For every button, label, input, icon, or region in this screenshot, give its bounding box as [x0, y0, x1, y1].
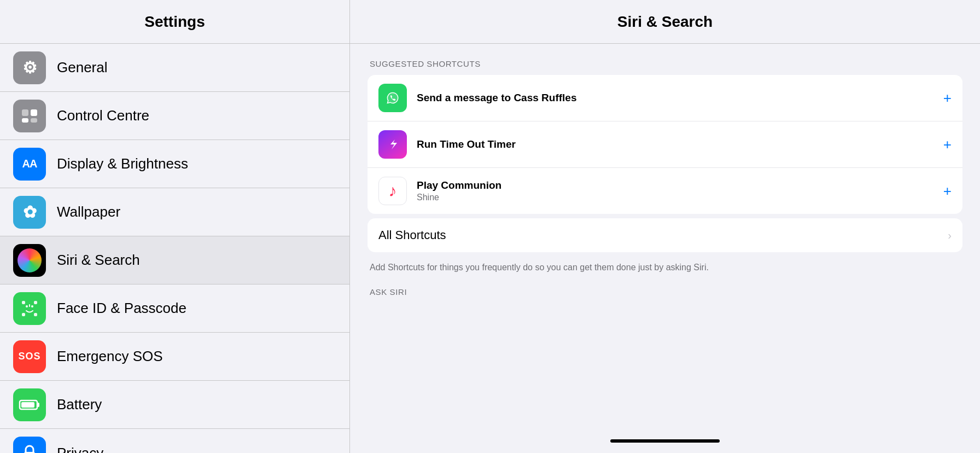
privacy-label: Privacy	[57, 445, 103, 454]
timer-shortcut-text: Run Time Out Timer	[417, 138, 935, 150]
sidebar-item-siri[interactable]: Siri & Search	[0, 236, 349, 284]
music-shortcut-title: Play Communion	[417, 179, 935, 191]
svg-rect-0	[22, 109, 28, 116]
faceid-label: Face ID & Passcode	[57, 300, 186, 317]
svg-rect-5	[34, 301, 37, 304]
svg-rect-4	[22, 301, 25, 304]
music-note-icon: ♪	[389, 182, 397, 200]
shortcut-music-row[interactable]: ♪ Play Communion Shine +	[368, 168, 962, 214]
display-icon: AA	[22, 158, 37, 170]
sidebar-item-sos[interactable]: SOS Emergency SOS	[0, 333, 349, 381]
whatsapp-app-icon	[378, 84, 407, 112]
faceid-icon	[20, 299, 39, 318]
sos-icon-bg: SOS	[13, 340, 46, 373]
music-shortcut-subtitle: Shine	[417, 193, 935, 202]
detail-panel: Siri & Search SUGGESTED SHORTCUTS Send a…	[350, 0, 980, 453]
helper-text: Add Shortcuts for things you frequently …	[368, 257, 962, 283]
svg-rect-1	[31, 109, 37, 116]
music-app-icon: ♪	[378, 177, 407, 205]
sos-icon: SOS	[18, 351, 40, 362]
shortcuts-app-icon	[378, 130, 407, 159]
settings-panel: Settings ⚙ General Control Centre	[0, 0, 350, 453]
wallpaper-label: Wallpaper	[57, 204, 120, 220]
privacy-icon	[20, 443, 39, 453]
shortcut-whatsapp-row[interactable]: Send a message to Cass Ruffles +	[368, 75, 962, 121]
battery-icon-bg	[13, 388, 46, 421]
svg-point-8	[26, 305, 28, 307]
siri-icon	[18, 248, 42, 272]
sidebar-item-control[interactable]: Control Centre	[0, 92, 349, 140]
music-add-button[interactable]: +	[943, 183, 952, 200]
settings-header: Settings	[0, 0, 349, 44]
display-label: Display & Brightness	[57, 155, 188, 172]
svg-rect-3	[31, 118, 37, 123]
faceid-icon-bg	[13, 292, 46, 325]
sidebar-item-privacy[interactable]: Privacy	[0, 429, 349, 453]
svg-rect-7	[34, 313, 37, 316]
detail-header: Siri & Search	[350, 0, 980, 44]
chevron-right-icon: ›	[948, 229, 952, 242]
detail-content: SUGGESTED SHORTCUTS Send a message to Ca…	[350, 44, 980, 433]
all-shortcuts-row[interactable]: All Shortcuts ›	[368, 218, 962, 252]
bottom-bar	[350, 433, 980, 453]
display-icon-bg: AA	[13, 148, 46, 181]
svg-rect-13	[21, 402, 34, 408]
settings-list: ⚙ General Control Centre AA Display & Br…	[0, 44, 349, 453]
sidebar-item-general[interactable]: ⚙ General	[0, 44, 349, 92]
shortcut-timer-row[interactable]: Run Time Out Timer +	[368, 121, 962, 168]
svg-rect-2	[22, 118, 28, 123]
svg-rect-6	[22, 313, 25, 316]
general-label: General	[57, 59, 108, 76]
ask-siri-label: ASK SIRI	[368, 287, 962, 297]
control-label: Control Centre	[57, 107, 149, 124]
general-icon-bg: ⚙	[13, 51, 46, 84]
privacy-icon-bg	[13, 437, 46, 453]
timer-shortcut-title: Run Time Out Timer	[417, 138, 935, 150]
timer-add-button[interactable]: +	[943, 136, 952, 153]
detail-title: Siri & Search	[617, 13, 713, 31]
sidebar-item-faceid[interactable]: Face ID & Passcode	[0, 284, 349, 333]
control-icon-bg	[13, 100, 46, 132]
siri-label: Siri & Search	[57, 252, 140, 269]
svg-point-9	[31, 305, 33, 307]
control-centre-icon	[20, 106, 39, 126]
settings-title: Settings	[144, 13, 205, 31]
shortcuts-icon	[383, 135, 402, 154]
shortcuts-card: Send a message to Cass Ruffles + Run Tim…	[368, 75, 962, 214]
siri-icon-bg	[13, 244, 46, 277]
sidebar-item-battery[interactable]: Battery	[0, 381, 349, 429]
whatsapp-shortcut-title: Send a message to Cass Ruffles	[417, 92, 935, 104]
whatsapp-add-button[interactable]: +	[943, 90, 952, 107]
svg-rect-12	[37, 403, 39, 407]
sidebar-item-wallpaper[interactable]: ✿ Wallpaper	[0, 188, 349, 236]
sos-label: Emergency SOS	[57, 348, 163, 365]
wallpaper-icon: ✿	[23, 202, 37, 222]
sidebar-item-display[interactable]: AA Display & Brightness	[0, 140, 349, 188]
home-indicator	[610, 439, 720, 443]
suggested-shortcuts-label: SUGGESTED SHORTCUTS	[368, 59, 962, 68]
battery-icon	[19, 395, 40, 415]
whatsapp-shortcut-text: Send a message to Cass Ruffles	[417, 92, 935, 104]
battery-label: Battery	[57, 396, 102, 413]
all-shortcuts-title: All Shortcuts	[378, 228, 446, 242]
gear-icon: ⚙	[22, 58, 37, 77]
whatsapp-icon	[383, 89, 402, 107]
music-shortcut-text: Play Communion Shine	[417, 179, 935, 202]
all-shortcuts-card[interactable]: All Shortcuts ›	[368, 218, 962, 252]
wallpaper-icon-bg: ✿	[13, 196, 46, 229]
